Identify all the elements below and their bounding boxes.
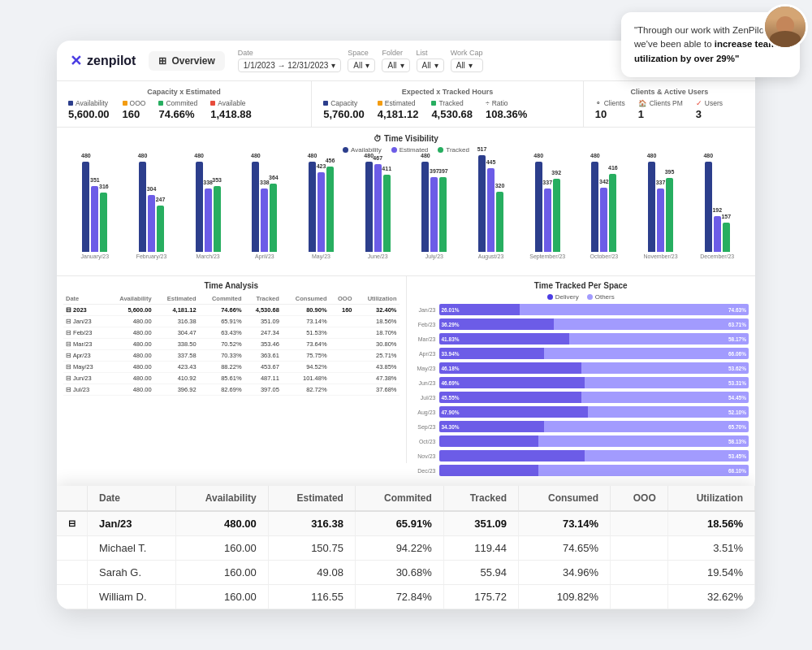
expand-cell[interactable]: [57, 585, 88, 609]
expand-cell[interactable]: [57, 536, 88, 561]
row-cell: 88.22%: [199, 362, 244, 373]
expand-cell[interactable]: ⊟: [57, 511, 88, 536]
space-bar-month-label: Nov/23: [413, 453, 436, 459]
big-row-cell: 160.00: [175, 561, 268, 585]
big-row-cell: 351.09: [443, 511, 518, 536]
clients-label: Clients: [604, 99, 625, 107]
row-cell: 363.61: [244, 350, 282, 362]
row-date: ⊟ Jul/23: [63, 384, 106, 396]
bar-value-label: 364: [269, 175, 279, 180]
delivery-pct-text: 46.18%: [442, 366, 460, 371]
time-analysis-table: Date Availability Estimated Commited Tra…: [63, 293, 400, 396]
space-bar-delivery: 41.83%: [439, 333, 569, 344]
big-row-cell: 49.08: [268, 561, 355, 585]
row-cell: 80.90%: [282, 305, 330, 316]
bar-value-label: 467: [373, 155, 382, 161]
space-bar-others: 52.10%: [588, 406, 749, 418]
bar: 480: [591, 162, 598, 252]
month-group: 480338353March/23: [181, 162, 235, 259]
row-cell: [330, 384, 355, 396]
bar-value-label: 480: [81, 153, 91, 158]
folder-filter-select[interactable]: All ▾: [382, 58, 409, 72]
space-bar-month-label: Sep/23: [413, 424, 436, 430]
testimonial-highlight: increase team utilization by over 29%": [634, 39, 776, 63]
space-chart-title: Time Tracked Per Space: [413, 281, 749, 290]
space-bar-delivery: 46.69%: [439, 377, 585, 388]
space-filter-icon: ▾: [365, 61, 369, 70]
expand-cell[interactable]: [57, 561, 88, 585]
space-bar-row: Dec/2368.10%: [413, 465, 749, 476]
row-cell: 70.52%: [199, 339, 244, 350]
main-container: "Through our work with ZenPilot, we've b…: [0, 0, 812, 650]
row-cell: 304.47: [154, 327, 199, 339]
table-row: ⊟ 20235,600.004,181.1274.66%4,530.6880.9…: [63, 305, 400, 316]
big-row-cell: [611, 585, 668, 609]
kpi-capacity-items: Availability 5,600.00 OOO 160: [68, 99, 300, 120]
nav-overview[interactable]: ⊞ Overview: [149, 51, 224, 71]
row-cell: 316.38: [154, 316, 199, 327]
bar: 192: [714, 216, 721, 252]
bars-container: 480192157: [705, 162, 730, 252]
zenpilot-logo-icon: ✕: [70, 52, 82, 70]
date-filter-select[interactable]: 1/1/2023 → 12/31/2023 ▾: [238, 58, 342, 72]
ooo-label: OOO: [130, 99, 146, 107]
kpi-availability: Availability 5,600.00: [68, 99, 110, 120]
space-filter-value: All: [353, 61, 362, 70]
big-col-utilization: Utilization: [667, 486, 754, 511]
clients-value: 10: [595, 108, 625, 120]
nav-grid-icon: ⊞: [158, 55, 166, 67]
legend-estimated-dot: [391, 147, 397, 153]
month-label: March/23: [197, 254, 220, 259]
row-cell: 73.64%: [282, 339, 330, 350]
workcap-filter-select[interactable]: All ▾: [451, 58, 483, 72]
bar-value-label: 416: [608, 165, 618, 171]
kpi-commited: Commited 74.66%: [158, 99, 197, 120]
legend-tracked-dot: [438, 147, 443, 153]
list-filter-value: All: [422, 61, 431, 70]
space-bar-others: 58.17%: [569, 333, 749, 344]
ratio-label: Ratio: [492, 99, 508, 107]
row-date: ⊟ May/23: [63, 362, 106, 373]
legend-tracked-label: Tracked: [446, 146, 469, 154]
table-row: ⊟ Jan/23480.00316.3865.91%351.0973.14%18…: [63, 316, 400, 327]
big-row-cell: 480.00: [175, 511, 268, 536]
space-bar-row: Apr/2333.94%66.06%: [413, 348, 749, 359]
space-bar-track: 45.55%54.45%: [439, 392, 749, 403]
table-row: ⊟ Jul/23480.00396.9282.69%397.0582.72%37…: [63, 384, 400, 396]
list-filter-select[interactable]: All ▾: [417, 58, 444, 72]
exp-capacity-value: 5,760.00: [323, 108, 365, 120]
kpi-exp-capacity: Capacity 5,760.00: [323, 99, 365, 120]
col-consumed: Consumed: [282, 293, 330, 305]
kpi-tracked: Tracked 4,530.68: [431, 99, 473, 120]
legend-availability: Availability: [343, 146, 382, 154]
space-bar-track: 46.18%53.62%: [439, 362, 749, 374]
big-row-cell: 160.00: [175, 585, 268, 609]
space-bar-month-label: Feb/23: [413, 322, 436, 327]
bar: 395: [666, 178, 673, 252]
space-bar-rows: Jan/2326.01%74.63%Feb/2336.29%63.71%Mar/…: [413, 304, 749, 476]
space-bar-delivery: 36.29%: [439, 318, 554, 330]
row-cell: 82.72%: [282, 384, 330, 396]
others-pct-text: 68.10%: [728, 468, 746, 474]
space-filter-select[interactable]: All ▾: [348, 58, 375, 72]
bar: 247: [157, 206, 164, 252]
space-bar-month-label: Jun/23: [413, 380, 436, 386]
space-bar-delivery: 47.90%: [439, 406, 588, 418]
bars-container: 480423456: [309, 162, 334, 252]
space-bar-others: 53.62%: [581, 362, 749, 374]
big-col-expand: [57, 486, 88, 511]
bars-container: 480397397: [421, 162, 447, 252]
row-cell: 480.00: [106, 384, 154, 396]
table-row: ⊟ May/23480.00423.4388.22%453.6794.52%43…: [63, 362, 400, 373]
ooo-dot: [123, 101, 127, 106]
row-date: ⊟ Jan/23: [63, 316, 106, 327]
row-cell: 65.91%: [199, 316, 244, 327]
avatar-person: [765, 6, 806, 47]
bar: 304: [148, 195, 155, 252]
ratio-icon: ÷: [486, 99, 490, 107]
big-row-cell: [611, 561, 668, 585]
row-cell: 82.69%: [199, 384, 244, 396]
space-bar-others: 66.06%: [544, 348, 749, 359]
big-row-cell: 150.75: [268, 536, 355, 561]
bar-value-label: 304: [147, 186, 157, 192]
